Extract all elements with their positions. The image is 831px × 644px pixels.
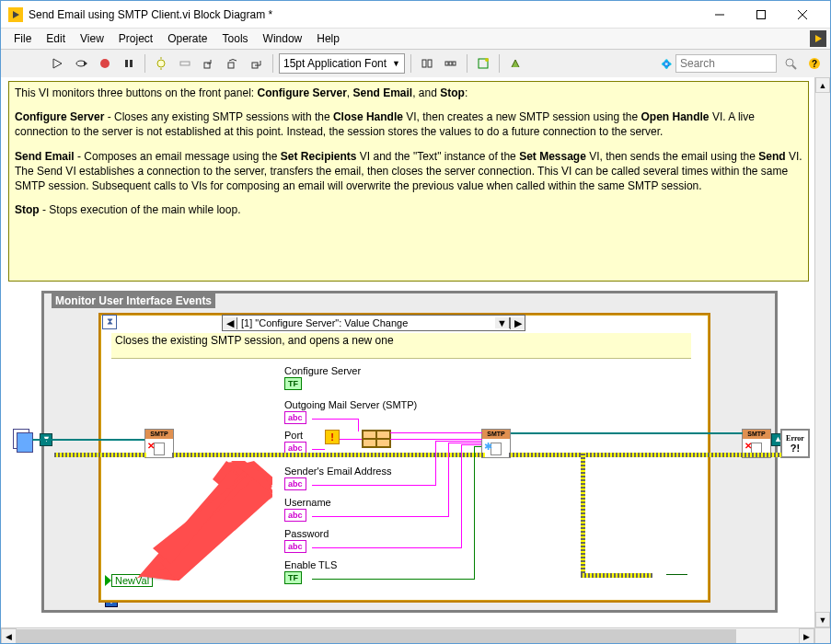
close-button[interactable] [781, 2, 823, 28]
menu-tools[interactable]: Tools [215, 30, 256, 47]
search-input[interactable] [675, 54, 777, 73]
menu-window[interactable]: Window [256, 30, 310, 47]
terminal-sender-email[interactable]: Sender's Email Address abc [284, 466, 391, 490]
shift-register-left[interactable] [40, 433, 52, 446]
svg-rect-20 [445, 62, 448, 65]
smtp-open-vi[interactable]: SMTP ✱ [481, 429, 511, 458]
menu-edit[interactable]: Edit [39, 30, 73, 47]
step-into-button[interactable] [199, 53, 219, 74]
event-dropdown-icon[interactable]: ▼ [495, 317, 510, 328]
event-prev-icon[interactable]: ◀ [223, 317, 237, 329]
svg-point-25 [786, 59, 793, 66]
terminal-label: Username [284, 497, 331, 508]
svg-point-11 [157, 60, 165, 67]
terminal-password[interactable]: Password abc [284, 528, 329, 553]
svg-rect-19 [428, 60, 432, 67]
svg-line-26 [792, 65, 796, 69]
subvi-header: SMTP [743, 430, 770, 439]
menu-project[interactable]: Project [111, 30, 160, 47]
event-case-selector[interactable]: ◀ [1] "Configure Server": Value Change ▼… [222, 315, 525, 331]
toolbar-divider [410, 54, 411, 73]
terminal-label: Port [284, 430, 306, 441]
cleanup-button[interactable] [473, 53, 493, 74]
svg-marker-6 [53, 59, 62, 68]
toolbar: 15pt Application Font ▼ 💠 ? [1, 49, 830, 78]
terminal-username[interactable]: Username abc [284, 497, 331, 522]
terminal-enable-tls[interactable]: Enable TLS TF [284, 559, 337, 584]
horizontal-scrollbar[interactable]: ◀ ▶ [1, 627, 814, 643]
while-loop-label: Monitor User Interface Events [52, 293, 215, 308]
event-comment[interactable]: Closes the existing SMTP session, and op… [111, 333, 691, 359]
toolbar-divider [272, 54, 273, 73]
coerce-node[interactable]: ! [325, 430, 340, 444]
align-button[interactable] [417, 53, 437, 74]
run-continuously-button[interactable] [71, 53, 91, 74]
menu-view[interactable]: View [73, 30, 111, 47]
terminal-configure-server[interactable]: Configure Server TF [284, 365, 361, 390]
abc-terminal-icon: abc [284, 411, 306, 424]
scroll-thumb[interactable] [17, 629, 736, 643]
svg-point-24 [485, 58, 489, 62]
scroll-up-icon[interactable]: ▲ [815, 77, 830, 93]
terminal-label: Configure Server [284, 365, 361, 376]
svg-rect-9 [125, 60, 128, 67]
smtp-close-vi[interactable]: SMTP ✕ [144, 429, 174, 458]
bundle-node[interactable] [362, 430, 391, 448]
terminal-label: Enable TLS [284, 559, 337, 570]
subvi-header: SMTP [482, 430, 510, 439]
close-x-icon: ✕ [744, 441, 752, 451]
terminal-port[interactable]: Port abc [284, 430, 306, 454]
svg-marker-5 [815, 35, 822, 42]
terminal-outgoing-mail[interactable]: Outgoing Mail Server (SMTP) abc [284, 399, 417, 424]
error-label: Error [786, 434, 804, 443]
toolbar-divider [467, 54, 467, 73]
run-button[interactable] [47, 53, 67, 74]
simple-error-handler-vi[interactable]: Error ?! [780, 429, 810, 458]
search-icon[interactable] [780, 53, 801, 74]
maximize-button[interactable] [740, 2, 781, 28]
subvi-header: SMTP [145, 430, 173, 439]
block-diagram-canvas[interactable]: This VI monitors three buttons on the fr… [1, 77, 830, 627]
reorder-button[interactable] [505, 53, 525, 74]
titlebar: Send Email using SMTP Client.vi Block Di… [1, 1, 830, 29]
svg-rect-14 [180, 62, 190, 65]
svg-rect-2 [756, 10, 765, 18]
svg-rect-18 [422, 60, 426, 67]
font-select[interactable]: 15pt Application Font ▼ [279, 53, 405, 74]
distribute-button[interactable] [441, 53, 461, 74]
smtp-close-vi-outer[interactable]: SMTP ✕ [742, 429, 771, 458]
chevron-down-icon: ▼ [392, 59, 400, 68]
step-out-button[interactable] [247, 53, 267, 74]
svg-rect-22 [453, 62, 456, 65]
retain-wire-button[interactable] [175, 53, 195, 74]
scrollbar-corner [814, 627, 830, 643]
abc-terminal-icon: abc [284, 540, 306, 553]
terminal-label: Outgoing Mail Server (SMTP) [284, 399, 417, 410]
help-button[interactable]: ? [804, 53, 825, 74]
abc-terminal-icon: abc [284, 509, 306, 522]
font-label: 15pt Application Font [283, 57, 387, 70]
error-question-icon: ?! [791, 443, 800, 454]
pause-button[interactable] [119, 53, 139, 74]
scroll-down-icon[interactable]: ▼ [815, 612, 830, 627]
minimize-button[interactable] [698, 2, 740, 28]
scroll-right-icon[interactable]: ▶ [799, 628, 814, 644]
smtp-session-constant[interactable] [13, 429, 33, 454]
abort-button[interactable] [95, 53, 115, 74]
toolbar-divider [499, 54, 500, 73]
svg-rect-16 [228, 63, 234, 68]
menu-file[interactable]: File [6, 30, 39, 47]
event-dynamic-terminal[interactable]: ⧗ [102, 315, 117, 329]
toolbar-divider [144, 54, 145, 73]
close-x-icon: ✕ [147, 441, 155, 451]
scroll-left-icon[interactable]: ◀ [1, 628, 17, 644]
newval-terminal[interactable]: NewVal [111, 574, 153, 587]
svg-text:?: ? [812, 59, 817, 69]
menu-help[interactable]: Help [309, 30, 347, 47]
menu-operate[interactable]: Operate [160, 30, 214, 47]
vertical-scrollbar[interactable]: ▲ ▼ [814, 77, 830, 627]
step-over-button[interactable] [223, 53, 243, 74]
comment-description[interactable]: This VI monitors three buttons on the fr… [8, 81, 809, 282]
event-next-icon[interactable]: ▶ [510, 317, 525, 329]
highlight-execution-button[interactable] [151, 53, 171, 74]
